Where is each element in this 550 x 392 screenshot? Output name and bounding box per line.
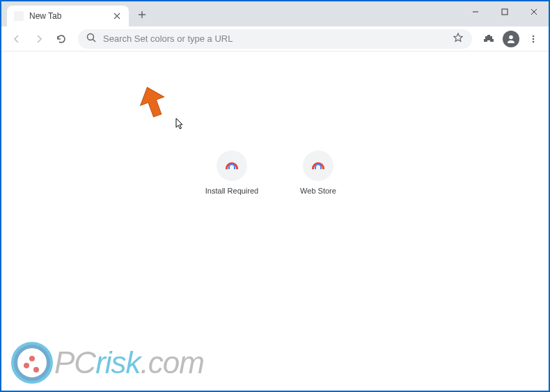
watermark: PCrisk.com (11, 342, 204, 384)
extensions-icon[interactable] (479, 29, 498, 49)
reload-button[interactable] (52, 29, 71, 49)
svg-point-4 (533, 38, 535, 40)
shortcut-install-required[interactable]: Install Required (201, 150, 262, 195)
close-tab-icon[interactable] (112, 11, 122, 21)
watermark-logo-icon (11, 342, 53, 384)
cursor-icon (175, 118, 185, 130)
shortcut-label: Web Store (300, 187, 336, 195)
tab-title: New Tab (29, 11, 112, 21)
omnibox[interactable] (78, 29, 472, 49)
rainbow-icon (226, 162, 238, 169)
title-bar: New Tab (1, 1, 549, 26)
svg-rect-0 (502, 9, 508, 15)
pointer-arrow-overlay (132, 83, 174, 125)
watermark-text: .com (141, 345, 204, 379)
browser-tab[interactable]: New Tab (7, 6, 129, 26)
address-input[interactable] (103, 33, 453, 44)
shortcuts-row: Install Required Web Store (201, 150, 349, 195)
svg-point-5 (533, 40, 535, 42)
minimize-button[interactable] (461, 1, 490, 22)
close-window-button[interactable] (519, 1, 549, 22)
svg-point-2 (509, 35, 513, 39)
rainbow-icon (312, 162, 324, 169)
watermark-text: PC (54, 345, 95, 379)
menu-icon[interactable] (524, 29, 543, 49)
new-tab-content: Install Required Web Store PCrisk.com (1, 52, 549, 391)
svg-point-3 (533, 35, 535, 37)
shortcut-web-store[interactable]: Web Store (288, 150, 349, 195)
window-controls (461, 1, 549, 22)
forward-button[interactable] (29, 29, 49, 49)
tab-favicon (14, 11, 24, 21)
watermark-text: risk (95, 345, 140, 379)
maximize-button[interactable] (490, 1, 519, 22)
toolbar (1, 26, 549, 52)
back-button[interactable] (7, 29, 26, 49)
search-icon (86, 33, 96, 45)
shortcut-label: Install Required (205, 187, 258, 195)
shortcut-icon (303, 150, 333, 181)
shortcut-icon (217, 150, 247, 181)
bookmark-star-icon[interactable] (453, 32, 464, 46)
profile-avatar[interactable] (501, 29, 521, 49)
new-tab-button[interactable] (133, 6, 151, 24)
svg-point-1 (88, 33, 94, 40)
